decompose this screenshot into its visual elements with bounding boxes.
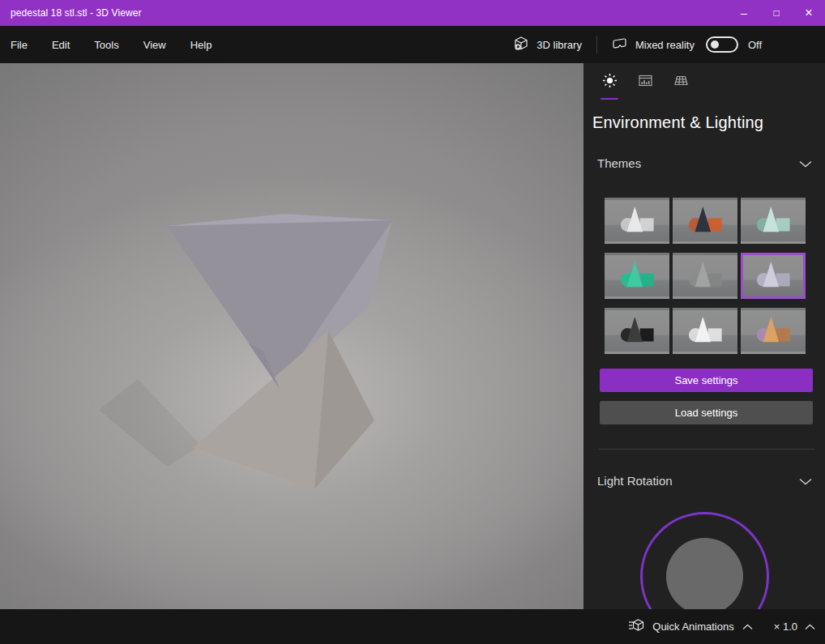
active-tab-underline	[601, 98, 618, 100]
tab-stats[interactable]	[629, 73, 661, 100]
menu-file[interactable]: File	[11, 34, 28, 56]
close-button[interactable]: ×	[793, 0, 825, 26]
minimize-button[interactable]: –	[728, 0, 760, 26]
bottom-bar: Quick Animations × 1.0	[0, 609, 825, 644]
theme-tile-4[interactable]	[605, 253, 669, 299]
chevron-down-icon	[799, 156, 812, 170]
3d-library-label: 3D library	[536, 39, 582, 51]
mixed-reality-label: Mixed reality	[635, 39, 695, 51]
mixed-reality-state: Off	[748, 39, 762, 51]
model-pedestal[interactable]	[0, 63, 583, 609]
load-settings-button[interactable]: Load settings	[600, 401, 813, 424]
animation-cube-icon	[625, 618, 648, 635]
3d-viewport[interactable]	[0, 63, 583, 609]
light-rotation-section-header[interactable]: Light Rotation	[597, 474, 812, 488]
sun-icon	[602, 73, 618, 92]
theme-tile-6-selected[interactable]	[741, 253, 806, 299]
light-rotation-label: Light Rotation	[597, 474, 673, 488]
title-bar: pedestal 18 stl.stl - 3D Viewer – □ ×	[0, 0, 825, 26]
tab-environment-lighting[interactable]	[593, 73, 626, 100]
stats-icon	[638, 73, 653, 92]
theme-tile-5[interactable]	[673, 253, 737, 299]
menu-help[interactable]: Help	[190, 34, 212, 56]
quick-animations-label: Quick Animations	[652, 621, 733, 633]
themes-section-header[interactable]: Themes	[597, 156, 812, 170]
menu-tools[interactable]: Tools	[94, 34, 118, 56]
menu-edit[interactable]: Edit	[52, 34, 70, 56]
mixed-reality-toggle[interactable]	[706, 36, 738, 53]
chevron-down-icon	[799, 474, 812, 488]
save-settings-button[interactable]: Save settings	[600, 369, 813, 392]
mixed-reality-icon	[612, 36, 635, 53]
themes-label: Themes	[597, 156, 641, 170]
theme-tile-9[interactable]	[741, 308, 806, 354]
settings-panel: Environment & Lighting Themes Save setti…	[583, 63, 825, 609]
chevron-up-icon	[739, 621, 756, 633]
3d-library-button[interactable]: 3D library	[513, 36, 582, 54]
section-divider	[598, 449, 814, 450]
mixed-reality-button[interactable]: Mixed reality	[612, 36, 695, 53]
theme-tile-8[interactable]	[673, 308, 737, 354]
tab-grid[interactable]	[665, 73, 697, 100]
themes-grid	[605, 198, 825, 354]
theme-tile-1[interactable]	[605, 198, 669, 244]
chevron-up-icon	[801, 621, 819, 633]
topbar-divider	[596, 36, 597, 53]
theme-tile-7[interactable]	[605, 308, 669, 354]
menu-bar: File Edit Tools View Help 3D libr	[0, 26, 825, 63]
animation-speed-button[interactable]: × 1.0	[756, 621, 819, 633]
theme-tile-3[interactable]	[741, 198, 806, 244]
menu-view[interactable]: View	[143, 34, 166, 56]
panel-title: Environment & Lighting	[592, 113, 825, 132]
cube-search-icon	[513, 36, 536, 54]
panel-tabs	[583, 63, 825, 100]
light-rotation-knob[interactable]	[666, 538, 743, 609]
app-window: pedestal 18 stl.stl - 3D Viewer – □ × Fi…	[0, 0, 825, 644]
quick-animations-button[interactable]: Quick Animations	[625, 618, 755, 635]
light-rotation-dial[interactable]	[640, 512, 769, 609]
animation-speed-value: × 1.0	[774, 621, 797, 633]
grid-icon	[673, 73, 689, 92]
maximize-button[interactable]: □	[760, 0, 793, 26]
window-title: pedestal 18 stl.stl - 3D Viewer	[0, 7, 728, 19]
theme-tile-2[interactable]	[673, 198, 737, 244]
toggle-knob	[711, 41, 719, 49]
